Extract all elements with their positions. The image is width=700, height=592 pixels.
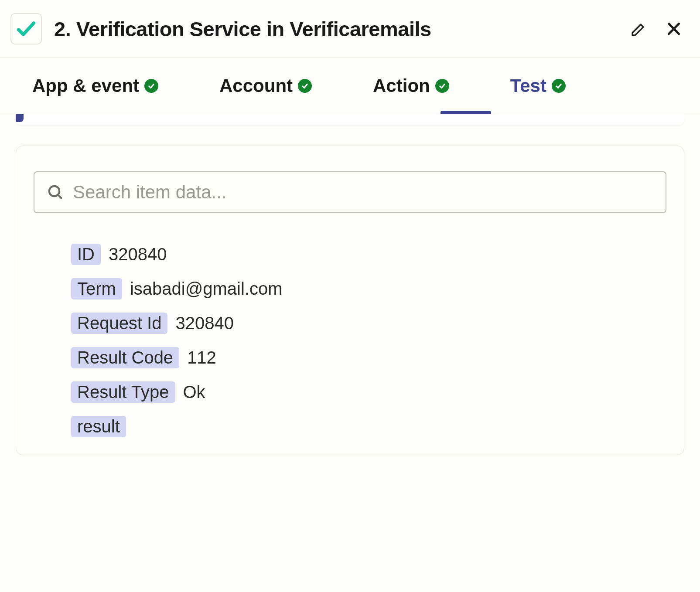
check-circle-icon: [552, 79, 566, 93]
result-row: Result Code 112: [71, 347, 666, 368]
progress-bar-fill: [16, 114, 24, 122]
search-icon: [47, 184, 64, 201]
tab-label: Action: [373, 75, 430, 96]
result-value: 320840: [109, 245, 167, 264]
edit-icon[interactable]: [630, 20, 648, 37]
check-circle-icon: [298, 79, 312, 93]
step-status-box: [10, 13, 42, 44]
tab-label: App & event: [32, 75, 139, 96]
result-key: Request Id: [71, 313, 167, 334]
result-key: result: [71, 416, 126, 437]
result-row: ID 320840: [71, 244, 666, 265]
result-key: ID: [71, 244, 101, 265]
tab-label: Test: [510, 75, 546, 96]
result-key: Result Code: [71, 347, 179, 368]
result-value: 112: [187, 348, 216, 367]
result-data-list: ID 320840 Term isabadi@gmail.com Request…: [34, 244, 666, 437]
tab-action[interactable]: Action: [373, 75, 449, 96]
step-title: 2. Verification Service in Verificaremai…: [54, 17, 618, 41]
close-icon[interactable]: [665, 20, 683, 37]
step-header: 2. Verification Service in Verificaremai…: [0, 0, 700, 58]
check-circle-icon: [144, 79, 158, 93]
result-value: isabadi@gmail.com: [130, 279, 283, 299]
search-input[interactable]: [73, 182, 653, 203]
active-tab-indicator: [440, 111, 491, 114]
check-icon: [15, 17, 38, 40]
search-field-wrap[interactable]: [34, 171, 666, 213]
result-row: result: [71, 416, 666, 437]
progress-strip: [16, 114, 684, 125]
result-key: Result Type: [71, 381, 175, 403]
result-row: Result Type Ok: [71, 381, 666, 403]
svg-line-3: [58, 195, 61, 198]
header-actions: [630, 20, 683, 37]
result-value: Ok: [183, 382, 205, 402]
tab-account[interactable]: Account: [219, 75, 312, 96]
result-card: ID 320840 Term isabadi@gmail.com Request…: [16, 146, 684, 455]
tabs-bar: App & event Account Action Test: [0, 58, 700, 114]
tab-app-event[interactable]: App & event: [32, 75, 158, 96]
result-row: Request Id 320840: [71, 313, 666, 334]
result-row: Term isabadi@gmail.com: [71, 278, 666, 299]
tab-label: Account: [219, 75, 293, 96]
result-key: Term: [71, 278, 122, 299]
check-circle-icon: [435, 79, 449, 93]
tab-test[interactable]: Test: [510, 75, 566, 96]
result-value: 320840: [175, 313, 233, 333]
